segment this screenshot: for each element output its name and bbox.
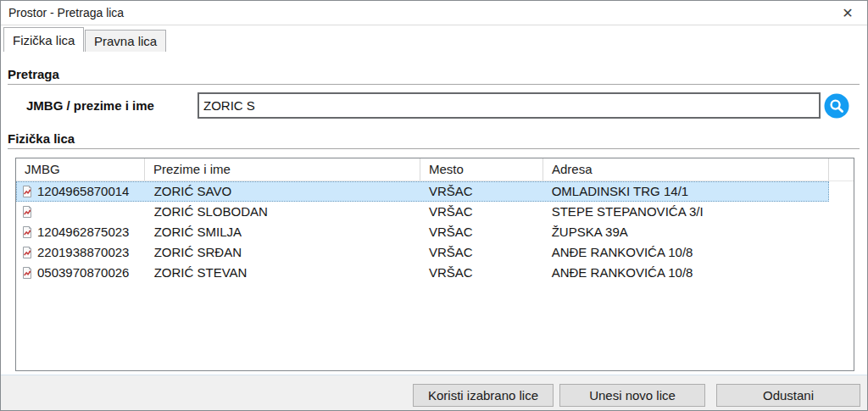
footer-bar: Koristi izabrano lice Unesi novo lice Od… (1, 375, 867, 410)
cell-city: VRŠAC (420, 203, 543, 221)
cell-jmbg: 1204962875023 (17, 223, 146, 242)
search-group-label: Pretraga (8, 67, 860, 85)
cell-address: STEPE STEPANOVIĆA 3/I (543, 203, 828, 221)
table-row[interactable]: 1204965870014 ZORIĆ SAVO VRŠAC OMLADINSK… (16, 181, 854, 202)
cell-jmbg: 2201938870023 (17, 243, 146, 262)
cell-name: ZORIĆ SRĐAN (146, 243, 420, 262)
cell-jmbg (17, 205, 146, 219)
person-report-icon (20, 246, 34, 259)
cancel-button[interactable]: Odustani (716, 384, 860, 407)
search-button[interactable] (824, 93, 849, 119)
person-report-icon (20, 266, 34, 280)
cell-address: ANĐE RANKOVIĆA 10/8 (543, 243, 828, 262)
row-selection-span: 0503970870026 ZORIĆ STEVAN VRŠAC ANĐE RA… (16, 263, 829, 283)
use-selected-person-button[interactable]: Koristi izabrano lice (413, 384, 554, 407)
table-row[interactable]: 1204962875023 ZORIĆ SMILJA VRŠAC ŽUPSKA … (16, 222, 854, 242)
enter-new-person-button[interactable]: Unesi novo lice (559, 384, 705, 407)
column-header-address[interactable]: Adresa (543, 158, 829, 181)
table-row[interactable]: 0503970870026 ZORIĆ STEVAN VRŠAC ANĐE RA… (16, 263, 854, 283)
jmbg-value: 1204962875023 (37, 223, 129, 242)
tab-fizicka-lica[interactable]: Fizička lica (3, 27, 84, 52)
jmbg-value: 1204965870014 (37, 182, 129, 201)
results-table: JMBG Prezime i ime Mesto Adresa 12049658… (15, 158, 854, 371)
page-title: Prostor - Pretraga lica (8, 1, 124, 25)
close-icon: ✕ (842, 5, 853, 21)
person-report-icon (20, 185, 34, 198)
cell-name: ZORIĆ STEVAN (146, 264, 420, 282)
cell-name: ZORIĆ SAVO (146, 182, 420, 201)
person-report-icon (20, 205, 34, 219)
search-field-label: JMBG / prezime i ime (26, 98, 154, 113)
cell-jmbg: 0503970870026 (17, 264, 146, 282)
close-button[interactable]: ✕ (829, 2, 866, 25)
tab-pravna-lica[interactable]: Pravna lica (85, 30, 166, 52)
tab-label: Fizička lica (13, 33, 75, 47)
cell-address: ŽUPSKA 39A (543, 223, 828, 242)
cell-name: ZORIĆ SMILJA (146, 223, 420, 242)
row-selection-span: 1204962875023 ZORIĆ SMILJA VRŠAC ŽUPSKA … (16, 222, 829, 242)
table-body: 1204965870014 ZORIĆ SAVO VRŠAC OMLADINSK… (16, 181, 854, 283)
cell-city: VRŠAC (420, 264, 543, 282)
cell-city: VRŠAC (420, 223, 543, 242)
cell-address: ANĐE RANKOVIĆA 10/8 (543, 264, 828, 282)
tab-label: Pravna lica (94, 34, 157, 48)
jmbg-value: 0503970870026 (37, 264, 129, 282)
dialog-window: Prostor - Pretraga lica ✕ Fizička lica P… (0, 0, 868, 411)
cell-address: OMLADINSKI TRG 14/1 (543, 182, 828, 201)
cell-city: VRŠAC (420, 182, 543, 201)
person-report-icon (20, 225, 34, 239)
column-header-jmbg[interactable]: JMBG (16, 158, 145, 181)
column-header-name[interactable]: Prezime i ime (145, 158, 420, 181)
cell-jmbg: 1204965870014 (17, 182, 146, 201)
table-row[interactable]: 2201938870023 ZORIĆ SRĐAN VRŠAC ANĐE RAN… (16, 242, 854, 263)
row-selection-span: 2201938870023 ZORIĆ SRĐAN VRŠAC ANĐE RAN… (16, 242, 829, 263)
cell-name: ZORIĆ SLOBODAN (146, 203, 420, 221)
row-selection-span: ZORIĆ SLOBODAN VRŠAC STEPE STEPANOVIĆA 3… (16, 202, 829, 222)
row-selection-span: 1204965870014 ZORIĆ SAVO VRŠAC OMLADINSK… (16, 181, 829, 202)
column-header-city[interactable]: Mesto (420, 158, 543, 181)
column-header-filler (829, 158, 854, 181)
cell-city: VRŠAC (420, 243, 543, 262)
search-icon (824, 93, 849, 119)
search-input[interactable] (198, 92, 821, 119)
table-header: JMBG Prezime i ime Mesto Adresa (16, 158, 854, 181)
jmbg-value: 2201938870023 (37, 243, 129, 262)
results-group-label: Fizička lica (8, 131, 860, 149)
table-row[interactable]: ZORIĆ SLOBODAN VRŠAC STEPE STEPANOVIĆA 3… (16, 202, 854, 222)
title-bar: Prostor - Pretraga lica ✕ (1, 1, 867, 25)
